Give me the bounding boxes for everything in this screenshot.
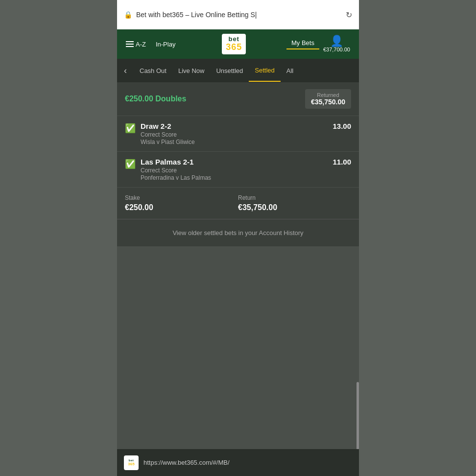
bet365-logo: bet 365 <box>222 34 246 54</box>
bottom-logo: bet 365 <box>124 455 139 470</box>
leg-2-result: Las Palmas 2-1 <box>141 158 328 166</box>
account-nav[interactable]: 👤 €37,700.00 <box>319 36 354 52</box>
bet-leg-1: ✅ Draw 2-2 Correct Score Wisla v Piast G… <box>117 116 359 151</box>
logo-bottom-text: 365 <box>226 43 242 52</box>
returned-label: Returned <box>311 92 345 98</box>
check-icon-2: ✅ <box>125 159 136 169</box>
bet-card: €250.00 Doubles Returned €35,750.00 ✅ Dr… <box>117 82 359 219</box>
stake-value: €250.00 <box>125 203 238 212</box>
inplay-nav[interactable]: In-Play <box>150 41 181 48</box>
return-value: €35,750.00 <box>238 203 351 212</box>
stake-label: Stake <box>125 194 238 201</box>
scrollbar[interactable] <box>357 382 359 451</box>
address-text: Bet with bet365 – Live Online Betting S| <box>136 11 342 19</box>
account-balance: €37,700.00 <box>323 47 350 52</box>
tab-livenow[interactable]: Live Now <box>172 60 210 81</box>
bottom-bar: bet 365 https://www.bet365.com/#/MB/ <box>117 449 359 476</box>
leg-2-type: Correct Score <box>141 167 328 174</box>
mybets-nav[interactable]: My Bets <box>286 39 319 49</box>
top-nav: A-Z In-Play bet 365 My Bets 👤 €37,700.00 <box>117 29 359 59</box>
leg-1-result: Draw 2-2 <box>141 122 328 130</box>
leg-1-odds: 13.00 <box>333 122 351 130</box>
leg-2-match: Ponferradina v Las Palmas <box>141 174 328 181</box>
tab-unsettled[interactable]: Unsettled <box>210 60 249 81</box>
az-label: A-Z <box>136 41 146 48</box>
check-icon-1: ✅ <box>125 123 136 134</box>
return-label: Return <box>238 194 351 201</box>
refresh-icon[interactable]: ↻ <box>346 10 352 20</box>
lock-icon: 🔒 <box>124 11 132 19</box>
content-area: €250.00 Doubles Returned €35,750.00 ✅ Dr… <box>117 82 359 246</box>
tab-settled[interactable]: Settled <box>249 60 280 82</box>
tabs-row: ‹ Cash Out Live Now Unsettled Settled Al… <box>117 59 359 82</box>
az-menu[interactable]: A-Z <box>122 41 150 48</box>
return-item: Return €35,750.00 <box>238 194 351 212</box>
leg-1-info: Draw 2-2 Correct Score Wisla v Piast Gli… <box>141 122 328 145</box>
bet-title: €250.00 Doubles <box>125 95 186 103</box>
bet-footer: Stake €250.00 Return €35,750.00 <box>117 187 359 219</box>
leg-2-odds: 11.00 <box>333 158 351 166</box>
logo-container: bet 365 <box>181 34 286 54</box>
bottom-logo-bottom: 365 <box>128 462 134 466</box>
bet-leg-2: ✅ Las Palmas 2-1 Correct Score Ponferrad… <box>117 151 359 187</box>
address-bar: 🔒 Bet with bet365 – Live Online Betting … <box>117 0 359 29</box>
leg-1-match: Wisla v Piast Gliwice <box>141 139 328 145</box>
stake-item: Stake €250.00 <box>125 194 238 212</box>
hamburger-icon <box>126 41 134 47</box>
leg-2-info: Las Palmas 2-1 Correct Score Ponferradin… <box>141 158 328 181</box>
tab-cashout[interactable]: Cash Out <box>134 60 172 81</box>
logo-top-text: bet <box>228 36 239 43</box>
account-icon: 👤 <box>330 36 343 47</box>
tab-all[interactable]: All <box>281 60 299 81</box>
back-button[interactable]: ‹ <box>117 66 134 76</box>
history-link[interactable]: View older settled bets in your Account … <box>117 219 359 246</box>
returned-value: €35,750.00 <box>311 98 345 106</box>
bet-header: €250.00 Doubles Returned €35,750.00 <box>117 82 359 116</box>
bottom-url: https://www.bet365.com/#/MB/ <box>143 459 230 466</box>
leg-1-type: Correct Score <box>141 131 328 138</box>
bet-returned-box: Returned €35,750.00 <box>305 89 351 109</box>
